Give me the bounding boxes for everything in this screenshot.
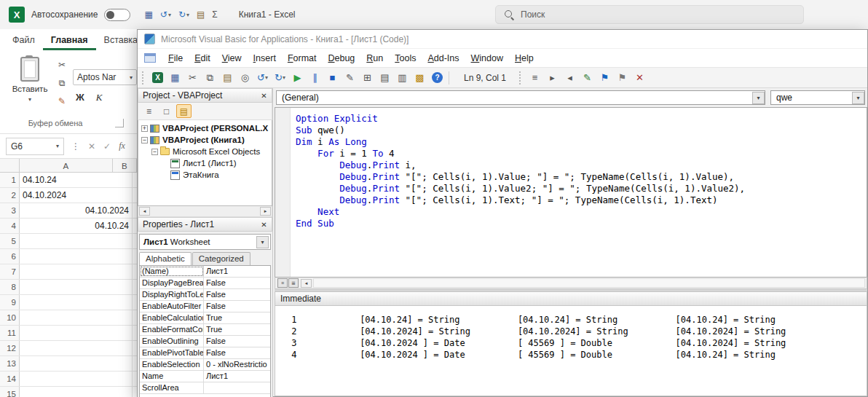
autosave-toggle[interactable] (104, 9, 130, 21)
row-header-10[interactable]: 10 (0, 310, 20, 325)
scrollbar-trough[interactable] (313, 278, 865, 288)
menu-file[interactable]: File (162, 50, 189, 66)
toggle-folders-icon[interactable]: ▤ (176, 104, 192, 118)
scroll-left-icon[interactable] (301, 279, 312, 288)
row-header-3[interactable]: 3 (0, 203, 20, 218)
property-name[interactable]: ScrollArea (140, 382, 204, 393)
code-line-1[interactable]: Option Explicit (296, 113, 867, 125)
property-value[interactable]: Лист1 (204, 371, 270, 382)
property-name[interactable]: Name (140, 371, 204, 382)
outdent-icon[interactable]: ◂ (561, 71, 578, 85)
name-box[interactable]: G6 (6, 138, 64, 155)
property-name[interactable]: DisplayPageBreaks (140, 278, 204, 288)
scroll-right-icon[interactable] (260, 207, 271, 216)
undo-icon[interactable]: ↺▾ (254, 71, 271, 85)
row-header-6[interactable]: 6 (0, 249, 20, 264)
bold-button[interactable]: Ж (76, 92, 84, 103)
excel-icon[interactable]: X (149, 71, 166, 85)
code-line-2[interactable]: Sub qwe() (296, 125, 867, 136)
cut-icon[interactable]: ✂ (184, 71, 201, 85)
properties-tab-categorized[interactable]: Categorized (192, 252, 250, 265)
cell-A10[interactable] (20, 310, 133, 325)
paste-icon[interactable]: ▤ (194, 8, 208, 21)
menu-edit[interactable]: Edit (189, 50, 216, 66)
menu-insert[interactable]: Insert (248, 50, 282, 66)
next-bookmark-icon[interactable]: ⚑ (614, 71, 631, 85)
format-painter-icon[interactable]: ✎ (55, 95, 68, 107)
code-line-4[interactable]: For i = 1 To 4 (296, 148, 867, 160)
row-header-11[interactable]: 11 (0, 326, 20, 340)
view-code-icon[interactable]: ≡ (141, 104, 157, 118)
insert-function-icon[interactable] (119, 141, 125, 152)
font-name-select[interactable]: Aptos Nar (73, 69, 137, 85)
cell-A15[interactable] (20, 387, 133, 397)
indent-icon[interactable]: ▸ (544, 71, 561, 85)
property-row-EnableAutoFilter[interactable]: EnableAutoFilterFalse (140, 301, 270, 313)
property-value[interactable]: False (204, 347, 270, 358)
paste-icon[interactable]: ▤ (219, 71, 236, 85)
row-header-2[interactable]: 2 (0, 188, 20, 203)
row-header-15[interactable]: 15 (0, 387, 20, 397)
collapse-icon[interactable]: − (141, 137, 148, 144)
toolbox-icon[interactable]: ▩ (411, 71, 428, 85)
more-icon[interactable] (71, 141, 80, 152)
bookmark-icon[interactable]: ⚑ (596, 71, 613, 85)
paste-button[interactable]: Вставить ▾ (9, 55, 51, 117)
object-browser-icon[interactable]: ▥ (394, 71, 411, 85)
code-line-3[interactable]: Dim i As Long (296, 136, 867, 148)
immediate-line-3[interactable]: 3 [04.10.2024 ] = Date [ 45569 ] = Doubl… (286, 337, 867, 349)
menu-addins[interactable]: Add-Ins (422, 50, 465, 66)
chevron-down-icon[interactable]: ▾ (852, 92, 864, 104)
cell-A4[interactable]: 04.10.24 (20, 219, 133, 233)
chevron-down-icon[interactable]: ▾ (752, 92, 765, 104)
vba-titlebar[interactable]: Microsoft Visual Basic for Applications … (138, 30, 867, 49)
immediate-line-4[interactable]: 4 [04.10.2024 ] = Date [ 45569 ] = Doubl… (286, 349, 867, 361)
cell-A13[interactable] (20, 356, 133, 371)
immediate-header[interactable]: Immediate (275, 291, 867, 306)
cell-A12[interactable] (20, 341, 133, 355)
row-header-13[interactable]: 13 (0, 356, 20, 371)
ribbon-tab-Главная[interactable]: Главная (43, 31, 96, 50)
property-value[interactable]: False (204, 301, 270, 312)
property-row-Name[interactable]: (Name)Лист1 (140, 266, 270, 278)
project-tree-hscrollbar[interactable] (138, 206, 272, 217)
property-name[interactable]: EnablePivotTable (140, 347, 204, 358)
properties-panel-header[interactable]: Properties - Лист1 (138, 217, 272, 232)
property-value[interactable]: True (204, 313, 270, 323)
property-name[interactable]: EnableCalculation (140, 313, 204, 323)
code-line-7[interactable]: Debug.Print "["; Cells(i, 1).Value2; "] … (296, 183, 867, 194)
list-properties-icon[interactable]: ≡ (526, 71, 543, 85)
copy-icon[interactable]: ⧉ (202, 71, 218, 85)
property-value[interactable]: False (204, 278, 270, 288)
scroll-left-icon[interactable] (139, 207, 150, 216)
cell-A7[interactable] (20, 264, 133, 279)
row-header-14[interactable]: 14 (0, 372, 20, 386)
code-line-5[interactable]: Debug.Print i, (296, 160, 867, 171)
clear-bookmarks-icon[interactable]: ✕ (631, 71, 648, 85)
property-value[interactable] (204, 382, 270, 393)
code-editor[interactable]: Option ExplicitSub qwe()Dim i As Long Fo… (275, 107, 867, 277)
row-header-8[interactable]: 8 (0, 280, 20, 294)
procedure-view-icon[interactable] (277, 278, 288, 288)
toolbar-grip[interactable] (142, 71, 146, 84)
search-box[interactable]: Поиск (495, 5, 804, 24)
properties-tab-alphabetic[interactable]: Alphabetic (139, 252, 192, 265)
property-row-EnableSelection[interactable]: EnableSelection0 - xlNoRestrictio (140, 359, 270, 371)
menu-debug[interactable]: Debug (322, 50, 360, 66)
property-row-EnableFormatCond[interactable]: EnableFormatCondTrue (140, 324, 270, 336)
immediate-output[interactable]: 1 [04.10.24] = String [04.10.24] = Strin… (275, 306, 867, 396)
save-icon[interactable]: ▦ (141, 8, 155, 21)
cell-A9[interactable] (20, 295, 133, 310)
immediate-line-1[interactable]: 1 [04.10.24] = String [04.10.24] = Strin… (286, 314, 867, 326)
project-panel-header[interactable]: Project - VBAProject (138, 88, 272, 103)
toolbar-grip[interactable] (519, 71, 523, 84)
property-name[interactable]: EnableAutoFilter (140, 301, 204, 312)
property-name[interactable]: EnableOutlining (140, 336, 204, 347)
break-icon[interactable]: ∥ (307, 71, 323, 85)
menu-tools[interactable]: Tools (389, 50, 422, 66)
cell-A14[interactable] (20, 372, 133, 386)
property-value[interactable]: 0 - xlNoRestrictio (204, 359, 270, 370)
immediate-line-2[interactable]: 2 [04.10.2024] = String [04.10.2024] = S… (286, 326, 867, 337)
object-dropdown[interactable]: (General) ▾ (276, 90, 765, 105)
property-name[interactable]: EnableSelection (140, 359, 204, 370)
